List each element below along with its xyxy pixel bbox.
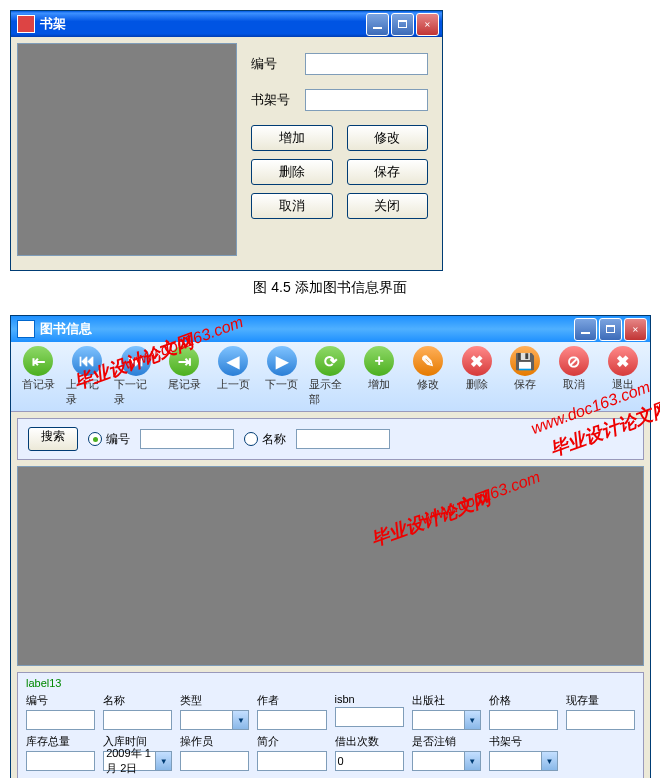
next-page-button[interactable]: ▶下一页 xyxy=(260,346,303,407)
cancel-icon: ⊘ xyxy=(559,346,589,376)
search-name-input[interactable] xyxy=(296,429,390,449)
delete-button[interactable]: ✖删除 xyxy=(455,346,498,407)
shelf-input[interactable] xyxy=(305,89,428,111)
window-controls: × xyxy=(366,13,439,36)
window-icon xyxy=(17,15,35,33)
last-record-button[interactable]: ⇥尾记录 xyxy=(163,346,206,407)
titlebar[interactable]: 图书信息 × xyxy=(11,316,650,342)
operator-input[interactable] xyxy=(180,751,249,771)
publisher-combo[interactable]: ▼ xyxy=(412,710,481,730)
exit-icon: ✖ xyxy=(608,346,638,376)
window-icon xyxy=(17,320,35,338)
prev-page-button[interactable]: ◀上一页 xyxy=(212,346,255,407)
add-button[interactable]: 增加 xyxy=(251,125,333,151)
minimize-button[interactable] xyxy=(366,13,389,36)
intro-input[interactable] xyxy=(257,751,326,771)
isbn-input[interactable] xyxy=(335,707,404,727)
name-label: 名称 xyxy=(103,693,172,708)
close-button[interactable]: × xyxy=(624,318,647,341)
show-all-button[interactable]: ⟳显示全部 xyxy=(309,346,352,407)
id-label: 编号 xyxy=(26,693,95,708)
total-label: 库存总量 xyxy=(26,734,95,749)
data-grid[interactable] xyxy=(17,43,237,256)
delete-button[interactable]: 删除 xyxy=(251,159,333,185)
price-input[interactable] xyxy=(489,710,558,730)
chevron-down-icon: ▼ xyxy=(233,710,249,730)
name-input[interactable] xyxy=(103,710,172,730)
book-info-window: 图书信息 × ⇤首记录 ⏮上一记录 ⏭下一记录 ⇥尾记录 ◀上一页 ▶下一页 ⟳… xyxy=(10,315,651,778)
maximize-button[interactable] xyxy=(599,318,622,341)
window-body: 编号 书架号 增加 修改 删除 保存 取消 关闭 xyxy=(11,37,442,262)
add-button[interactable]: +增加 xyxy=(358,346,401,407)
first-icon: ⇤ xyxy=(23,346,53,376)
id-input[interactable] xyxy=(305,53,428,75)
stock-input[interactable] xyxy=(566,710,635,730)
detail-form: label13 编号 名称 类型▼ 作者 isbn 出版社▼ 价格 现存量 库存… xyxy=(17,672,644,778)
chevron-down-icon: ▼ xyxy=(156,751,172,771)
maximize-button[interactable] xyxy=(391,13,414,36)
window-controls: × xyxy=(574,318,647,341)
prev-record-button[interactable]: ⏮上一记录 xyxy=(66,346,109,407)
close-button[interactable]: 关闭 xyxy=(347,193,429,219)
search-id-input[interactable] xyxy=(140,429,234,449)
prev-pg-icon: ◀ xyxy=(218,346,248,376)
intro-label: 简介 xyxy=(257,734,326,749)
publisher-label: 出版社 xyxy=(412,693,481,708)
save-button[interactable]: 💾保存 xyxy=(504,346,547,407)
save-icon: 💾 xyxy=(510,346,540,376)
author-input[interactable] xyxy=(257,710,326,730)
cancel-button[interactable]: 取消 xyxy=(251,193,333,219)
type-label: 类型 xyxy=(180,693,249,708)
radio-icon xyxy=(88,432,102,446)
prev-rec-icon: ⏮ xyxy=(72,346,102,376)
chevron-down-icon: ▼ xyxy=(542,751,558,771)
edit-button[interactable]: 修改 xyxy=(347,125,429,151)
total-input[interactable] xyxy=(26,751,95,771)
stock-label: 现存量 xyxy=(566,693,635,708)
watermark: www.doc163.com xyxy=(419,468,543,528)
first-record-button[interactable]: ⇤首记录 xyxy=(17,346,60,407)
radio-icon xyxy=(244,432,258,446)
shelf-label: 书架号 xyxy=(489,734,558,749)
delete-icon: ✖ xyxy=(462,346,492,376)
logout-combo[interactable]: ▼ xyxy=(412,751,481,771)
bookshelf-window: 书架 × 编号 书架号 增加 修改 删除 保存 xyxy=(10,10,443,271)
next-record-button[interactable]: ⏭下一记录 xyxy=(114,346,157,407)
edit-button[interactable]: ✎修改 xyxy=(407,346,450,407)
operator-label: 操作员 xyxy=(180,734,249,749)
type-combo[interactable]: ▼ xyxy=(180,710,249,730)
titlebar[interactable]: 书架 × xyxy=(11,11,442,37)
borrow-input[interactable]: 0 xyxy=(335,751,404,771)
chevron-down-icon: ▼ xyxy=(465,751,481,771)
minimize-button[interactable] xyxy=(574,318,597,341)
window-title: 书架 xyxy=(40,15,366,33)
isbn-label: isbn xyxy=(335,693,404,705)
form-label: label13 xyxy=(26,677,635,689)
id-label: 编号 xyxy=(251,55,305,73)
results-grid[interactable]: 毕业设计论文网 www.doc163.com 毕业设计论文网 www.doc16… xyxy=(17,466,644,666)
last-icon: ⇥ xyxy=(169,346,199,376)
refresh-icon: ⟳ xyxy=(315,346,345,376)
price-label: 价格 xyxy=(489,693,558,708)
search-button[interactable]: 搜索 xyxy=(28,427,78,451)
toolbar: ⇤首记录 ⏮上一记录 ⏭下一记录 ⇥尾记录 ◀上一页 ▶下一页 ⟳显示全部 +增… xyxy=(11,342,650,412)
window-title: 图书信息 xyxy=(40,320,574,338)
close-button[interactable]: × xyxy=(416,13,439,36)
save-button[interactable]: 保存 xyxy=(347,159,429,185)
borrow-label: 借出次数 xyxy=(335,734,404,749)
next-pg-icon: ▶ xyxy=(267,346,297,376)
indate-picker[interactable]: 2009年 1月 2日▼ xyxy=(103,751,172,771)
search-by-id-radio[interactable]: 编号 xyxy=(88,431,130,448)
id-input[interactable] xyxy=(26,710,95,730)
form-panel: 编号 书架号 增加 修改 删除 保存 取消 关闭 xyxy=(237,43,436,256)
pencil-icon: ✎ xyxy=(413,346,443,376)
next-rec-icon: ⏭ xyxy=(121,346,151,376)
chevron-down-icon: ▼ xyxy=(465,710,481,730)
plus-icon: + xyxy=(364,346,394,376)
author-label: 作者 xyxy=(257,693,326,708)
shelf-label: 书架号 xyxy=(251,91,305,109)
figure-caption-1: 图 4.5 添加图书信息界面 xyxy=(10,279,650,297)
logout-label: 是否注销 xyxy=(412,734,481,749)
shelf-combo[interactable]: ▼ xyxy=(489,751,558,771)
search-by-name-radio[interactable]: 名称 xyxy=(244,431,286,448)
